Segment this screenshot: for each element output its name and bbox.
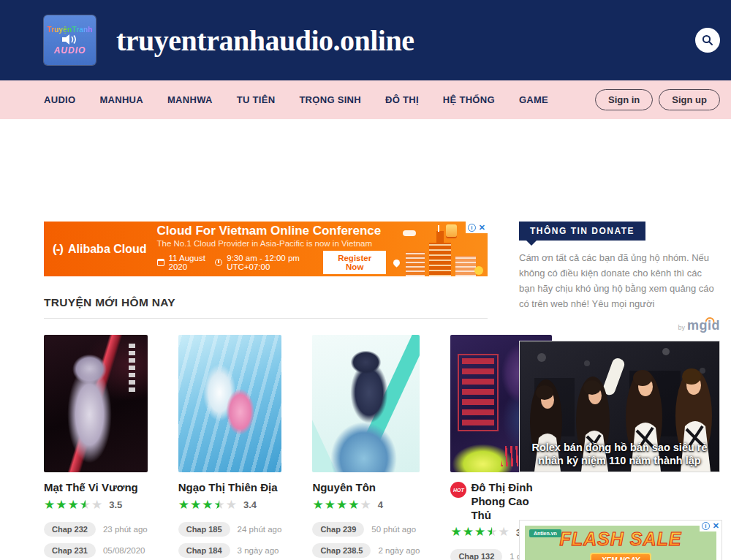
main-column: (-) Alibaba Cloud Cloud For Vietnam Onli… — [44, 222, 488, 560]
alibaba-brand-text: Alibaba Cloud — [68, 243, 147, 256]
xem-ngay-button[interactable]: XEM NGAY — [590, 553, 652, 560]
star-icon: ★ — [190, 498, 202, 512]
ad-banner-date: 11 August 2020 — [169, 254, 211, 271]
star-icon: ★ — [474, 525, 486, 539]
chapter-link[interactable]: Chap 185 — [178, 522, 230, 537]
adchoices-info-icon[interactable]: i — [468, 224, 476, 232]
chapter-time: 3 ngày ago — [238, 546, 279, 555]
star-icon: ★ — [486, 525, 498, 539]
comic-title-link[interactable]: Ngạo Thị Thiên Địa — [178, 481, 278, 495]
auth-buttons: Sign in Sign up — [595, 89, 720, 110]
nav-item-do-thi[interactable]: ĐÔ THỊ — [385, 94, 419, 105]
native-ad-caption: Rolex bán đồng hồ bản sao siêu rẻ nhân k… — [520, 442, 719, 467]
star-icon: ★ — [348, 498, 360, 512]
search-icon — [702, 34, 713, 46]
star-icon: ★ — [312, 498, 324, 512]
ad-close-icon[interactable]: ✕ — [713, 522, 719, 530]
logo-title-text: TruyệnTranh — [47, 26, 92, 34]
chapter-time: 50 phút ago — [371, 525, 416, 534]
donate-heading: THÔNG TIN DONATE — [519, 222, 645, 241]
star-rating: ★★★★★ — [450, 526, 510, 539]
star-rating: ★★★★★ — [178, 499, 238, 512]
chapter-time: 05/08/2020 — [103, 546, 145, 555]
tree-shape — [474, 266, 483, 275]
star-icon: ★ — [202, 498, 213, 512]
comic-cover-thumbnail[interactable] — [312, 335, 420, 472]
comic-cover-thumbnail[interactable] — [44, 335, 148, 472]
nav-item-audio[interactable]: AUDIO — [44, 94, 75, 105]
site-header: TruyệnTranh AUDIO truyentranhaudio.onlin… — [0, 0, 731, 80]
chapter-link[interactable]: Chap 232 — [44, 522, 96, 537]
star-icon: ★ — [178, 498, 190, 512]
building-shape — [455, 256, 476, 276]
mgid-by-text: by — [678, 324, 685, 331]
flash-sale-ad[interactable]: i ✕ Antien.vn FLASH SALE XEM NGAY — [519, 520, 722, 560]
alibaba-cloud-logo: (-) Alibaba Cloud — [44, 242, 157, 257]
flash-ad-body: Antien.vn FLASH SALE XEM NGAY — [525, 526, 716, 560]
chapter-row: Chap 184 3 ngày ago — [178, 543, 282, 558]
chapter-link[interactable]: Chap 132 — [450, 549, 502, 560]
adchoices-controls: i ✕ — [700, 521, 721, 531]
nav-item-game[interactable]: GAME — [519, 94, 548, 105]
chapter-time: 2 ngày ago — [378, 546, 420, 555]
adchoices-controls: i ✕ — [466, 222, 488, 233]
lantern-icon — [446, 224, 457, 237]
nav-item-he-thong[interactable]: HỆ THỐNG — [443, 94, 495, 105]
sign-up-button[interactable]: Sign up — [659, 89, 720, 110]
rating-value: 3.5 — [109, 499, 122, 510]
site-title[interactable]: truyentranhaudio.online — [116, 23, 414, 58]
search-button[interactable] — [695, 28, 720, 53]
site-logo[interactable]: TruyệnTranh AUDIO — [44, 15, 96, 65]
calendar-icon — [157, 259, 164, 266]
comic-card: Ngạo Thị Thiên Địa ★★★★★ 3.4 Chap 185 24… — [178, 335, 282, 560]
star-icon: ★ — [498, 525, 510, 539]
chapter-link[interactable]: Chap 231 — [44, 543, 96, 558]
flash-ad-brand: Antien.vn — [529, 529, 561, 537]
logo-audio-text: AUDIO — [54, 45, 86, 56]
chapter-time: 24 phút ago — [238, 525, 282, 534]
alibaba-ad-banner[interactable]: (-) Alibaba Cloud Cloud For Vietnam Onli… — [44, 222, 488, 276]
comic-title-link[interactable]: Mạt Thế Vi Vương — [44, 481, 138, 495]
ad-banner-subtitle: The No.1 Cloud Provider in Asia-Pacific … — [157, 239, 400, 248]
register-now-button[interactable]: Register Now — [323, 251, 386, 274]
chapter-row: Chap 185 24 phút ago — [178, 522, 282, 537]
rating-value: 3.4 — [243, 499, 257, 510]
alibaba-bracket-icon: (-) — [53, 242, 63, 257]
native-ad[interactable]: Rolex bán đồng hồ bản sao siêu rẻ nhân k… — [519, 341, 720, 472]
nav-item-manhwa[interactable]: MANHWA — [167, 94, 213, 105]
ad-close-icon[interactable]: ✕ — [479, 224, 485, 232]
sign-in-button[interactable]: Sign in — [595, 89, 653, 110]
building-shape — [429, 243, 451, 276]
chapter-time: 23 phút ago — [103, 525, 148, 534]
nav-item-tu-tien[interactable]: TU TIÊN — [237, 94, 276, 105]
star-icon: ★ — [44, 498, 56, 512]
nav-item-trong-sinh[interactable]: TRỌNG SINH — [299, 94, 361, 105]
comic-cover-thumbnail[interactable] — [178, 335, 282, 472]
chapter-row: Chap 238.5 2 ngày ago — [312, 543, 420, 558]
chapter-row: Chap 231 05/08/2020 — [44, 543, 148, 558]
star-icon: ★ — [226, 498, 238, 512]
star-icon: ★ — [463, 525, 474, 539]
chapter-row: Chap 232 23 phút ago — [44, 522, 148, 537]
section-divider — [44, 318, 488, 319]
donate-text: Cám ơn tất cả các bạn đã ủng hộ nhóm. Nế… — [519, 250, 720, 311]
chapter-link[interactable]: Chap 239 — [312, 522, 364, 537]
comic-card-grid: Mạt Thế Vi Vương ★★★★★ 3.5 Chap 232 23 p… — [44, 335, 488, 560]
rating-value: 4 — [378, 499, 383, 510]
comic-card: Mạt Thế Vi Vương ★★★★★ 3.5 Chap 232 23 p… — [44, 335, 148, 560]
clock-icon — [215, 259, 222, 266]
nav-item-manhua[interactable]: MANHUA — [99, 94, 143, 105]
chapter-link[interactable]: Chap 238.5 — [312, 543, 371, 558]
star-icon: ★ — [80, 498, 91, 512]
ad-banner-time: 9:30 am - 12:00 pm UTC+07:00 — [227, 254, 313, 271]
ad-banner-title: Cloud For Vietnam Online Conference — [157, 224, 400, 238]
mgid-attribution[interactable]: bymgid — [519, 318, 720, 333]
chapter-link[interactable]: Chap 184 — [178, 543, 230, 558]
star-icon: ★ — [325, 498, 336, 512]
adchoices-info-icon[interactable]: i — [702, 522, 710, 530]
star-icon: ★ — [213, 498, 225, 512]
star-rating: ★★★★★ — [44, 499, 103, 512]
section-title: TRUYỆN MỚI HÔM NAY — [44, 296, 488, 309]
main-nav: AUDIO MANHUA MANHWA TU TIÊN TRỌNG SINH Đ… — [0, 80, 731, 119]
comic-title-link[interactable]: Nguyên Tôn — [312, 481, 376, 495]
